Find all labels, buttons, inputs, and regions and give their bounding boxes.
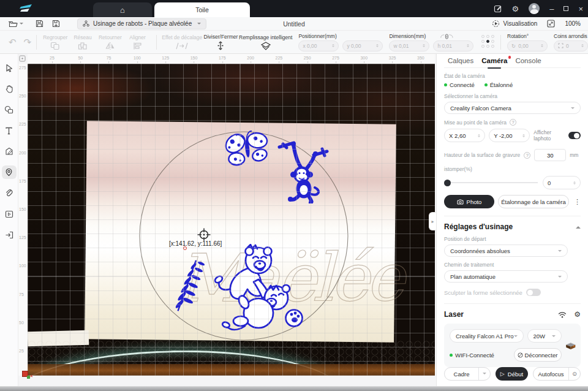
laser-settings-gear-icon[interactable]: ⚙ [574, 310, 581, 319]
offset-effect-button[interactable]: Effet de décalage [162, 34, 203, 50]
rotation-input[interactable]: ↻0,00 [507, 40, 548, 51]
fade-stepper[interactable] [573, 180, 576, 186]
group-button[interactable]: Regrouper [42, 34, 69, 50]
tab-console[interactable]: Console [515, 57, 541, 64]
save-button[interactable] [36, 20, 43, 28]
visualisation-button[interactable]: Visualisation [492, 20, 537, 28]
tab-calques[interactable]: Calques [448, 57, 473, 64]
anchor-point-grid[interactable] [481, 35, 496, 49]
show-photo-toggle[interactable] [568, 132, 581, 139]
ruler-tick: 200 [247, 56, 254, 60]
laser-header: Laser ⚙ [444, 310, 581, 319]
machining-settings-header[interactable]: Réglages d'usinage [444, 222, 581, 231]
save-as-icon [52, 20, 60, 28]
zoom-level[interactable]: 100% [565, 20, 581, 27]
preset-icon [83, 20, 89, 27]
autofocus-button[interactable]: Autofocus ⊙ [533, 367, 581, 381]
chevron-down-icon [514, 335, 518, 339]
focus-label-row: Mise au point de la caméra? [444, 119, 581, 126]
lock-ratio-link-icon[interactable] [440, 33, 453, 40]
maximize-button[interactable] [564, 6, 568, 11]
close-button[interactable]: × [578, 4, 583, 13]
autofocus-target-icon[interactable]: ⊙ [568, 368, 580, 380]
collapse-caret-icon [576, 224, 581, 229]
panel-collapse-handle[interactable]: ▸ [429, 212, 436, 230]
anchor-center[interactable] [486, 40, 489, 43]
redo-button[interactable]: ↷ [24, 37, 32, 48]
fit-expand-icon[interactable] [547, 20, 555, 28]
corner-radius-input[interactable]: 0 [554, 40, 588, 51]
material-preset-dropdown[interactable]: Usinage de rabots - Plaque alvéolée [77, 18, 206, 29]
smart-fill-button[interactable]: Remplissage intelligent [239, 34, 292, 50]
array-button[interactable]: Réseau [69, 34, 97, 50]
save-as-button[interactable] [52, 20, 60, 28]
rotation-stepper[interactable] [541, 43, 543, 48]
photo-button[interactable]: Photo [444, 195, 494, 208]
focus-y-stepper[interactable] [522, 133, 525, 139]
start-button[interactable]: ▷ Début [496, 367, 528, 381]
focus-x-stepper[interactable] [478, 133, 480, 139]
camera-calibration-button[interactable]: Étalonnage de la caméra [498, 195, 569, 208]
help-icon[interactable]: ? [510, 119, 516, 126]
canvas-camera-view[interactable]: Maëlée [28, 64, 435, 376]
fade-slider-knob[interactable] [444, 180, 451, 186]
start-position-select[interactable]: Coordonnées absolues [444, 245, 568, 257]
display-preview-tool[interactable] [2, 207, 17, 221]
tab-toile[interactable]: Toile [154, 2, 250, 17]
position-y-stepper[interactable] [376, 43, 379, 48]
minimize-button[interactable]: – [549, 4, 554, 13]
feedback-edit-icon[interactable] [494, 4, 502, 13]
laser-device-select[interactable]: Creality Falcon A1 Pro [450, 329, 524, 343]
undo-button[interactable]: ↶ [9, 37, 17, 48]
dimension-h-input[interactable]: h 0,01 [433, 40, 473, 51]
shape-tool[interactable] [2, 103, 17, 116]
dimension-w-stepper[interactable] [423, 43, 425, 48]
open-file-caret-icon [20, 23, 23, 26]
filebar-right: Visualisation 100% [492, 20, 581, 28]
text-tool[interactable] [2, 124, 17, 137]
tab-home[interactable]: ⌂ [93, 2, 152, 17]
process-path-label: Chemin de traitement [444, 262, 581, 268]
help-icon[interactable]: ? [524, 152, 530, 159]
frame-button[interactable]: Cadre [444, 367, 491, 381]
camera-pin-tool[interactable] [2, 165, 17, 179]
position-x-input[interactable]: x 0,00 [298, 40, 339, 51]
open-folder-icon [9, 20, 18, 28]
pan-tool[interactable] [2, 82, 17, 96]
flip-button[interactable]: Retourner [96, 34, 124, 50]
engrave-height-unit: mm [570, 152, 578, 158]
align-button[interactable]: Aligner [124, 34, 151, 50]
sculpt-toggle[interactable] [526, 289, 541, 296]
divide-close-button[interactable]: Diviser/Fermer [203, 34, 239, 50]
position-x-stepper[interactable] [332, 43, 334, 48]
tab-camera[interactable]: Caméra [481, 57, 507, 64]
link-material-tool[interactable] [2, 186, 17, 200]
fade-slider-track[interactable] [451, 182, 538, 183]
engrave-height-input[interactable]: 30 [534, 149, 566, 161]
group-icon [50, 42, 60, 50]
corner-radius-stepper[interactable] [581, 43, 584, 48]
cursor-coordinates: [x:141.62, y:111.66] [169, 240, 222, 247]
wifi-icon[interactable] [558, 311, 567, 318]
open-file-button[interactable] [9, 20, 23, 28]
import-tool[interactable] [2, 228, 17, 241]
dimension-w-input[interactable]: w 0,01 [389, 40, 429, 51]
frame-options-caret[interactable] [478, 368, 490, 380]
laser-power-select[interactable]: 20W [527, 329, 562, 343]
dimension-h-stepper[interactable] [467, 43, 469, 48]
select-tool[interactable] [2, 61, 17, 75]
process-path-select[interactable]: Plan automatique [444, 270, 568, 283]
fade-label: istomper(%) [444, 166, 581, 172]
fade-value-input[interactable]: 0 [543, 176, 581, 189]
focus-y-input[interactable]: Y -2,00 [489, 129, 530, 142]
edit-draw-tool[interactable] [2, 145, 17, 158]
more-options-icon[interactable]: ⋮ [574, 198, 581, 206]
ruler-corner-icon[interactable] [19, 55, 26, 62]
camera-select[interactable]: Creality Falcon Camera [444, 102, 581, 114]
green-dot-icon [450, 354, 453, 357]
settings-gear-icon[interactable]: ⚙ [512, 4, 519, 13]
focus-x-input[interactable]: X 2,60 [444, 129, 485, 142]
user-avatar[interactable] [529, 3, 540, 14]
disconnect-button[interactable]: Déconnecter [514, 348, 562, 362]
position-y-input[interactable]: y 0,00 [342, 40, 383, 51]
